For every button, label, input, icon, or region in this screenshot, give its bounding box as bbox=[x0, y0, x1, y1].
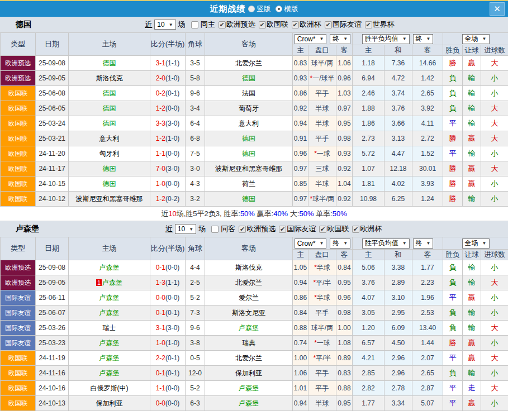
avg-win-odds: 1.81 bbox=[353, 176, 384, 192]
corner-count: 4-4 bbox=[186, 260, 205, 275]
match-count-select[interactable]: 10▼ bbox=[175, 224, 196, 234]
avg-odds-select[interactable]: 胜平负均值▼ bbox=[362, 34, 410, 44]
score: 1-2(1-0) bbox=[150, 131, 186, 146]
result-goals: 小 bbox=[481, 176, 508, 192]
corner-count: 5-8 bbox=[186, 71, 205, 86]
avg-time-select[interactable]: 终▼ bbox=[413, 238, 434, 249]
away-team: 德国 bbox=[205, 192, 293, 207]
score: 1-2(0-2) bbox=[150, 192, 186, 207]
avg-odds-select[interactable]: 胜平负均值▼ bbox=[362, 238, 410, 249]
crow-away-odds: 0.97 bbox=[336, 101, 353, 116]
radio-vertical-layout[interactable] bbox=[248, 6, 255, 12]
handicap-line: 半球 bbox=[308, 176, 336, 192]
result-wdl: 負 bbox=[443, 306, 463, 321]
avg-lose-odds: 5.07 bbox=[412, 396, 443, 411]
radio-vertical-label: 竖版 bbox=[257, 4, 271, 14]
avg-win-odds: 5.72 bbox=[353, 146, 384, 161]
odds-time-select[interactable]: 终▼ bbox=[330, 238, 350, 249]
league-filter-checkbox[interactable]: ✔国际友谊 bbox=[325, 20, 362, 30]
filter-bar: 近10▼场同主✔欧洲预选✔欧国联✔欧洲杯✔国际友谊✔世界杯 bbox=[31, 20, 508, 30]
results-table: 类型 日期 主场 比分(半场) 角球 客场 Crow*▼ 终▼ 胜平负均 bbox=[0, 237, 508, 411]
crow-home-odds: 0.83 bbox=[293, 56, 308, 71]
radio-horizontal-layout[interactable] bbox=[276, 6, 282, 12]
crow-home-odds: 0.91 bbox=[293, 131, 308, 146]
away-team: 卢森堡 bbox=[205, 381, 293, 396]
score: 1-3(1-1) bbox=[150, 275, 186, 290]
league-type-badge: 欧国联 bbox=[1, 86, 36, 101]
match-date: 24-10-13 bbox=[36, 396, 69, 411]
handicap-line: 半球 bbox=[308, 396, 336, 411]
handicap-line: *半球 bbox=[308, 290, 336, 306]
crow-away-odds: 0.93 bbox=[336, 146, 353, 161]
crow-away-odds: 1.03 bbox=[336, 86, 353, 101]
result-goals: 大 bbox=[481, 321, 508, 336]
league-type-badge: 欧洲预选 bbox=[1, 260, 36, 275]
avg-draw-odds: 4.72 bbox=[384, 71, 412, 86]
match-row: 欧国联24-10-16白俄罗斯(中)1-1(0-0)5-2卢森堡1.01平手0.… bbox=[1, 381, 508, 396]
avg-win-odds: 1.86 bbox=[353, 116, 384, 131]
recent-link[interactable]: 近 bbox=[165, 224, 173, 234]
avg-draw-odds: 2.78 bbox=[384, 381, 412, 396]
col-header-date: 日期 bbox=[36, 237, 69, 260]
match-row: 欧洲预选25-09-08卢森堡0-1(0-0)4-4斯洛伐克1.05*半球0.8… bbox=[1, 260, 508, 275]
handicap-line: 平手 bbox=[308, 306, 336, 321]
result-wdl: 負 bbox=[443, 86, 463, 101]
odds-time-select[interactable]: 终▼ bbox=[330, 34, 350, 44]
avg-win-odds: 6.57 bbox=[353, 336, 384, 351]
result-wdl: 負 bbox=[443, 366, 463, 381]
avg-win-odds: 3.05 bbox=[353, 306, 384, 321]
league-filter-checkbox[interactable]: ✔欧国联 bbox=[319, 224, 349, 234]
result-goals: 大 bbox=[481, 351, 508, 366]
handicap-line: 平手 bbox=[308, 381, 336, 396]
crow-away-odds: 1.04 bbox=[336, 176, 353, 192]
recent-link[interactable]: 近 bbox=[145, 20, 152, 30]
home-team: 卢森堡 bbox=[69, 306, 150, 321]
crow-home-odds: 0.88 bbox=[293, 321, 308, 336]
scope-select[interactable]: 全场▼ bbox=[462, 34, 490, 44]
away-team: 北爱尔兰 bbox=[205, 275, 293, 290]
crow-away-odds: 0.96 bbox=[336, 290, 353, 306]
scope-select[interactable]: 全场▼ bbox=[462, 238, 490, 249]
handicap-line: 平手 bbox=[308, 131, 336, 146]
bookmaker-select[interactable]: Crow*▼ bbox=[295, 34, 327, 44]
record-summary: 近10场,胜5平2负3, 胜率:50% 赢率:40% 大:50% 单率:50% bbox=[0, 207, 508, 221]
sub-header-avg-win: 主 bbox=[353, 45, 384, 56]
close-button[interactable]: ✕ bbox=[490, 2, 505, 16]
league-filter-checkbox[interactable]: ✔欧国联 bbox=[259, 20, 288, 30]
league-filter-checkbox[interactable]: ✔欧洲杯 bbox=[292, 20, 321, 30]
crow-home-odds: 0.97 bbox=[293, 161, 308, 176]
bookmaker-select[interactable]: Crow*▼ bbox=[295, 238, 327, 249]
league-type-badge: 欧国联 bbox=[1, 146, 36, 161]
crow-home-odds: 0.86 bbox=[293, 86, 308, 101]
score: 1-0(1-0) bbox=[150, 336, 186, 351]
league-type-badge: 欧国联 bbox=[1, 176, 36, 192]
league-type-badge: 欧国联 bbox=[1, 396, 36, 411]
result-handicap: 贏 bbox=[463, 56, 481, 71]
avg-draw-odds: 3.66 bbox=[384, 116, 412, 131]
away-team: 斯洛文尼亚 bbox=[205, 306, 293, 321]
match-count-select[interactable]: 10▼ bbox=[154, 20, 175, 30]
home-team: 德国 bbox=[69, 86, 150, 101]
avg-draw-odds: 6.25 bbox=[384, 192, 412, 207]
sub-header-avg-win: 主 bbox=[353, 250, 384, 260]
league-filter-checkbox[interactable]: ✔国际友谊 bbox=[279, 224, 316, 234]
same-venue-checkbox[interactable]: 同客 bbox=[211, 224, 235, 234]
avg-time-select[interactable]: 终▼ bbox=[413, 34, 434, 44]
league-type-badge: 国际友谊 bbox=[1, 306, 36, 321]
team-name: 德国 bbox=[16, 20, 31, 30]
result-handicap: 贏 bbox=[463, 351, 481, 366]
avg-win-odds: 2.85 bbox=[353, 366, 384, 381]
league-filter-checkbox[interactable]: ✔世界杯 bbox=[365, 20, 395, 30]
same-venue-checkbox[interactable]: 同主 bbox=[191, 20, 215, 30]
league-type-badge: 国际友谊 bbox=[1, 321, 36, 336]
league-filter-checkbox[interactable]: ✔欧洲杯 bbox=[352, 224, 382, 234]
avg-lose-odds: 4.11 bbox=[412, 116, 443, 131]
result-goals: 大 bbox=[481, 275, 508, 290]
league-filter-checkbox[interactable]: ✔欧洲预选 bbox=[239, 224, 276, 234]
score: 0-2(0-1) bbox=[150, 86, 186, 101]
league-filter-checkbox[interactable]: ✔欧洲预选 bbox=[219, 20, 255, 30]
result-wdl: 負 bbox=[443, 275, 463, 290]
crow-away-odds: 0.96 bbox=[336, 71, 353, 86]
match-date: 24-11-17 bbox=[36, 161, 69, 176]
avg-lose-odds: 2.23 bbox=[412, 275, 443, 290]
